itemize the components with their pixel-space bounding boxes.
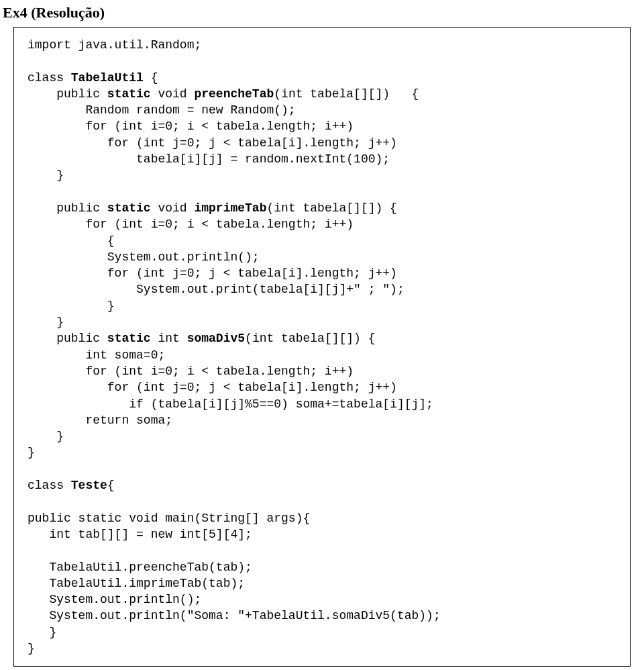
code-line: int soma=0; [28, 348, 165, 362]
code-line: } [28, 169, 64, 182]
code-line: } [28, 626, 56, 639]
code-line: public static void main(String[] args){ [28, 512, 310, 525]
code-line: public [28, 87, 107, 101]
code-line: for (int j=0; j < tabela[i].length; j++) [28, 381, 397, 394]
code-line: System.out.println(); [28, 593, 201, 606]
code-line: for (int i=0; i < tabela.length; i++) [28, 365, 354, 378]
code-line: for (int j=0; j < tabela[i].length; j++) [28, 136, 397, 150]
keyword: static [107, 201, 151, 215]
code-block: import java.util.Random; class TabelaUti… [13, 27, 631, 667]
code-line: } [28, 316, 64, 329]
page-title: Ex4 (Resolução) [3, 4, 644, 21]
code-line: } [28, 299, 115, 313]
code-line: { [107, 479, 115, 492]
code-line: } [28, 642, 35, 655]
code-line: System.out.println(); [28, 250, 260, 264]
method-name: somaDiv5 [187, 332, 245, 345]
code-line: { [28, 234, 115, 248]
code-line: (int tabela[][]) { [245, 332, 375, 345]
code-line: return soma; [28, 414, 172, 427]
code-line: TabelaUtil.imprimeTab(tab); [28, 577, 245, 590]
code-line: for (int j=0; j < tabela[i].length; j++) [28, 267, 397, 280]
code-line: System.out.println("Soma: "+TabelaUtil.s… [28, 609, 441, 622]
code-line: void [151, 201, 195, 215]
code-line: } [28, 446, 35, 459]
keyword: static [107, 332, 151, 345]
code-line: void [151, 87, 195, 101]
code-line: public [28, 332, 107, 345]
code-line: System.out.print(tabela[i][j]+" ; "); [28, 283, 405, 296]
method-name: imprimeTab [194, 201, 266, 215]
code-line: for (int i=0; i < tabela.length; i++) [28, 119, 354, 133]
code-line: for (int i=0; i < tabela.length; i++) [28, 218, 354, 231]
code-line: (int tabela[][]) { [274, 87, 419, 101]
code-line: { [144, 71, 158, 85]
code-line: (int tabela[][]) { [266, 201, 396, 215]
code-line: class [28, 71, 71, 85]
code-line: if (tabela[i][j]%5==0) soma+=tabela[i][j… [28, 397, 433, 411]
code-line: int tab[][] = new int[5][4]; [28, 528, 252, 541]
class-name: TabelaUtil [71, 71, 144, 85]
keyword: static [107, 87, 151, 101]
code-line: tabela[i][j] = random.nextInt(100); [28, 152, 390, 166]
code-line: class [28, 479, 71, 492]
code-line: int [151, 332, 187, 345]
code-line: import java.util.Random; [28, 38, 201, 52]
code-line: public [28, 201, 107, 215]
method-name: preencheTab [194, 87, 274, 101]
code-line: Random random = new Random(); [28, 103, 296, 117]
class-name: Teste [71, 479, 107, 492]
code-line: TabelaUtil.preencheTab(tab); [28, 561, 252, 574]
code-line: } [28, 430, 64, 443]
